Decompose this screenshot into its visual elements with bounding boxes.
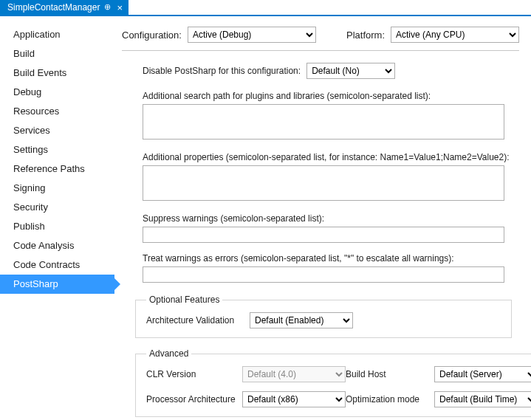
tab-title: SimpleContactManager	[7, 2, 100, 13]
main-panel: Configuration: Active (Debug) Platform: …	[114, 16, 531, 420]
sidebar-item-label: Services	[13, 125, 50, 136]
sidebar-item-reference-paths[interactable]: Reference Paths	[0, 159, 114, 179]
treat-as-errors-label: Treat warnings as errors (semicolon-sepa…	[143, 253, 519, 264]
suppress-warnings-label: Suppress warnings (semicolon-separated l…	[143, 213, 519, 224]
sidebar-item-build-events[interactable]: Build Events	[0, 63, 114, 83]
clr-version-select: Default (4.0)	[242, 366, 346, 382]
sidebar-item-settings[interactable]: Settings	[0, 140, 114, 159]
sidebar-item-resources[interactable]: Resources	[0, 102, 114, 121]
optimization-mode-select[interactable]: Default (Build Time)	[434, 391, 531, 407]
advanced-group: Advanced CLR Version Default (4.0) Build…	[135, 348, 531, 417]
sidebar-item-debug[interactable]: Debug	[0, 83, 114, 102]
sidebar-item-label: Code Analysis	[13, 240, 74, 251]
architecture-validation-select[interactable]: Default (Enabled)	[250, 312, 353, 328]
tab-strip: SimpleContactManager ⊕ ×	[0, 0, 531, 16]
sidebar-item-label: Resources	[13, 106, 59, 117]
sidebar-item-application[interactable]: Application	[0, 25, 114, 44]
advanced-legend: Advanced	[146, 348, 191, 359]
additional-properties-input[interactable]	[143, 165, 504, 201]
sidebar-item-publish[interactable]: Publish	[0, 217, 114, 236]
build-host-select[interactable]: Default (Server)	[434, 366, 531, 382]
sidebar: Application Build Build Events Debug Res…	[0, 16, 114, 420]
sidebar-item-label: Reference Paths	[13, 163, 85, 174]
disable-postsharp-select[interactable]: Default (No)	[306, 63, 395, 79]
build-host-label: Build Host	[346, 369, 434, 379]
sidebar-item-services[interactable]: Services	[0, 121, 114, 140]
sidebar-item-security[interactable]: Security	[0, 198, 114, 217]
sidebar-item-label: Security	[13, 202, 48, 213]
sidebar-item-label: Publish	[13, 221, 45, 232]
platform-label: Platform:	[346, 30, 385, 41]
sidebar-item-label: Build	[13, 48, 35, 59]
configuration-label: Configuration:	[122, 30, 182, 41]
treat-as-errors-input[interactable]	[143, 266, 504, 283]
sidebar-item-postsharp[interactable]: PostSharp	[0, 275, 114, 294]
close-icon[interactable]: ×	[115, 2, 124, 13]
sidebar-item-label: Application	[13, 29, 61, 40]
optional-features-legend: Optional Features	[146, 295, 222, 305]
suppress-warnings-input[interactable]	[143, 227, 504, 243]
disable-postsharp-label: Disable PostSharp for this configuration…	[143, 66, 301, 76]
divider	[122, 50, 519, 51]
sidebar-item-label: Signing	[13, 182, 45, 193]
sidebar-item-label: Code Contracts	[13, 259, 80, 270]
document-tab[interactable]: SimpleContactManager ⊕ ×	[0, 0, 129, 15]
sidebar-item-label: Build Events	[13, 67, 66, 78]
processor-architecture-label: Processor Architecture	[146, 394, 242, 404]
search-path-input[interactable]	[143, 104, 504, 140]
sidebar-item-code-contracts[interactable]: Code Contracts	[0, 255, 114, 275]
optional-features-group: Optional Features Architecture Validatio…	[135, 295, 512, 338]
platform-select[interactable]: Active (Any CPU)	[391, 27, 519, 43]
clr-version-label: CLR Version	[146, 369, 242, 379]
sidebar-item-signing[interactable]: Signing	[0, 179, 114, 198]
optimization-mode-label: Optimization mode	[346, 394, 434, 404]
sidebar-item-label: Debug	[13, 86, 41, 97]
pin-icon[interactable]: ⊕	[104, 2, 111, 12]
sidebar-item-label: Settings	[13, 144, 48, 155]
architecture-validation-label: Architecture Validation	[146, 315, 250, 326]
sidebar-item-build[interactable]: Build	[0, 44, 114, 63]
configuration-select[interactable]: Active (Debug)	[188, 27, 316, 43]
processor-architecture-select[interactable]: Default (x86)	[242, 391, 346, 407]
search-path-label: Additional search path for plugins and l…	[143, 91, 519, 101]
config-platform-row: Configuration: Active (Debug) Platform: …	[122, 27, 519, 50]
sidebar-item-code-analysis[interactable]: Code Analysis	[0, 236, 114, 255]
sidebar-item-label: PostSharp	[13, 278, 58, 289]
additional-properties-label: Additional properties (semicolon-separat…	[143, 152, 519, 162]
